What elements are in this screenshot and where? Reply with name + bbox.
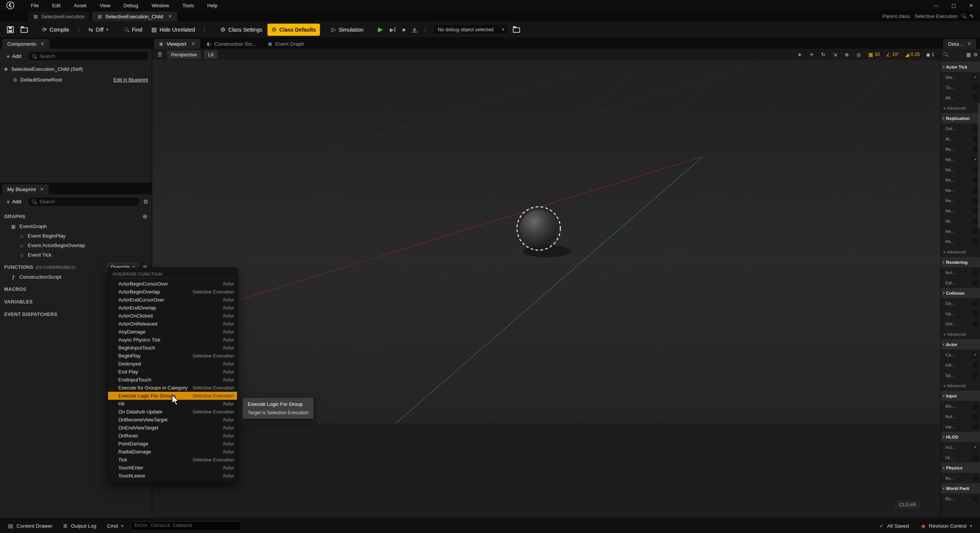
eject-button[interactable]: ▲ bbox=[409, 25, 420, 35]
stop-button[interactable]: ■ bbox=[399, 24, 408, 35]
details-search-icon[interactable] bbox=[943, 52, 948, 57]
override-menu-item[interactable]: ActorEndCursorOver Actor bbox=[108, 296, 237, 304]
override-menu-item[interactable]: Async Physics Tick Actor bbox=[108, 336, 237, 344]
property-checkbox[interactable] bbox=[973, 229, 978, 234]
property-checkbox[interactable] bbox=[973, 373, 978, 378]
property-checkbox[interactable] bbox=[973, 147, 978, 152]
override-menu-item[interactable]: Tick Selective Execution bbox=[108, 456, 237, 464]
property-checkbox[interactable] bbox=[973, 280, 978, 286]
display-filter-icon[interactable]: ▦ bbox=[966, 52, 971, 57]
hide-unrelated-button[interactable]: ▧ Hide Unrelated bbox=[147, 24, 199, 36]
class-settings-button[interactable]: ⚙ Class Settings bbox=[216, 24, 267, 36]
compile-button[interactable]: ⟳ Compile bbox=[38, 24, 73, 36]
play-button[interactable]: ▶ bbox=[375, 23, 386, 36]
override-menu-item[interactable]: ActorOnClicked Actor bbox=[108, 312, 237, 320]
details-row[interactable]: Actor Tick bbox=[941, 62, 980, 72]
details-row[interactable]: HL... bbox=[941, 452, 980, 463]
details-row[interactable]: Onl... bbox=[941, 123, 980, 134]
override-menu-item[interactable]: RadialDamage Actor bbox=[108, 448, 237, 456]
details-row[interactable]: Sp... bbox=[941, 370, 980, 380]
details-row[interactable]: Advanced bbox=[941, 247, 980, 257]
menu-item[interactable]: Help bbox=[197, 2, 221, 10]
property-checkbox[interactable] bbox=[973, 95, 978, 101]
maximize-button[interactable]: ▢ bbox=[945, 0, 963, 11]
menu-item[interactable]: Window bbox=[141, 2, 172, 10]
property-checkbox[interactable] bbox=[973, 239, 978, 244]
add-blueprint-item-button[interactable]: + Add bbox=[3, 197, 24, 206]
search-icon[interactable] bbox=[961, 13, 966, 19]
details-row[interactable]: HLOD bbox=[941, 432, 980, 442]
close-tab-icon[interactable]: ✕ bbox=[40, 187, 44, 192]
play-options-icon[interactable]: ⋮ bbox=[421, 27, 430, 33]
override-menu-item[interactable]: OnBecomeViewTarget Actor bbox=[108, 416, 237, 424]
details-row[interactable]: Advanced bbox=[941, 380, 980, 391]
transform-tool-button[interactable]: ∠ 10° bbox=[884, 51, 902, 58]
override-menu-item[interactable]: ActorBeginCursorOver Actor bbox=[108, 280, 237, 288]
details-row[interactable]: Al... bbox=[941, 134, 980, 144]
class-defaults-button[interactable]: ⚙ Class Defaults bbox=[267, 24, 320, 36]
find-button[interactable]: Find bbox=[120, 24, 146, 35]
component-tree-item[interactable]: ◍ DefaultSceneRoot Edit in Blueprint bbox=[0, 74, 152, 85]
output-log-button[interactable]: ≣ Output Log bbox=[60, 520, 100, 531]
graph-list-item[interactable]: Event BeginPlay bbox=[0, 231, 152, 241]
details-row[interactable]: Input bbox=[941, 391, 980, 401]
graph-list-item[interactable]: EventGraph bbox=[0, 222, 152, 231]
override-menu-item[interactable]: Execute for Groups in Category Selective… bbox=[108, 384, 237, 392]
add-graph-icon[interactable]: ⊕ bbox=[142, 213, 148, 220]
property-checkbox[interactable] bbox=[973, 496, 978, 501]
details-row[interactable]: Ru... bbox=[941, 493, 980, 504]
close-tab-icon[interactable]: ✕ bbox=[167, 14, 172, 19]
details-row[interactable]: Ne... bbox=[941, 206, 980, 216]
menu-item[interactable]: Tools bbox=[172, 2, 197, 10]
details-row[interactable]: Ne... bbox=[941, 185, 980, 195]
viewport-tab[interactable]: ▦ Event Graph bbox=[263, 39, 309, 49]
details-row[interactable]: Ca... bbox=[941, 349, 980, 360]
tab-details[interactable]: Deta... ✕ bbox=[943, 39, 976, 49]
viewport-menu-icon[interactable]: ☰ bbox=[156, 51, 164, 57]
property-checkbox[interactable] bbox=[973, 198, 978, 203]
property-checkbox[interactable] bbox=[973, 311, 978, 316]
frame-skip-button[interactable]: ▶ bbox=[387, 24, 398, 35]
minimize-button[interactable]: — bbox=[928, 0, 945, 11]
details-row[interactable]: Blo... bbox=[941, 401, 980, 411]
details-row[interactable]: Inp... bbox=[941, 421, 980, 432]
override-menu-item[interactable]: Destroyed Actor bbox=[108, 360, 237, 368]
details-row[interactable]: Ne... bbox=[941, 154, 980, 164]
details-row[interactable]: Rendering bbox=[941, 257, 980, 267]
asset-tab[interactable]: ▦ SelectiveExecution bbox=[28, 11, 90, 21]
component-tree-root[interactable]: ◉ SelectiveExecution_Child (Self) bbox=[0, 64, 152, 74]
viewport-tab[interactable]: ▣ Viewport ✕ bbox=[154, 39, 200, 49]
property-checkbox[interactable] bbox=[973, 270, 978, 275]
transform-tool-button[interactable]: ⊕ bbox=[842, 51, 853, 58]
browse-asset-button[interactable] bbox=[18, 24, 31, 35]
details-scrollbar[interactable] bbox=[978, 103, 980, 228]
details-row[interactable]: As... bbox=[941, 473, 980, 483]
details-row[interactable]: Actor bbox=[941, 339, 980, 349]
details-row[interactable]: Physics bbox=[941, 463, 980, 473]
close-tab-icon[interactable]: ✕ bbox=[190, 41, 195, 46]
details-row[interactable]: Collision bbox=[941, 288, 980, 298]
details-row[interactable]: Advanced bbox=[941, 329, 980, 339]
override-menu-item[interactable]: OnEndViewTarget Actor bbox=[108, 424, 237, 432]
property-checkbox[interactable] bbox=[973, 445, 978, 450]
override-menu-item[interactable]: TouchLeave Actor bbox=[108, 472, 237, 480]
menu-item[interactable]: View bbox=[89, 2, 113, 10]
override-menu-item[interactable]: AnyDamage Actor bbox=[108, 328, 237, 336]
override-menu-item[interactable]: BeginPlay Selective Execution bbox=[108, 352, 237, 360]
menu-item[interactable]: Edit bbox=[42, 2, 64, 10]
transform-tool-button[interactable]: ⇲ bbox=[830, 51, 841, 58]
override-menu-item[interactable]: TouchEnter Actor bbox=[108, 464, 237, 472]
property-checkbox[interactable] bbox=[973, 85, 978, 90]
override-menu-item[interactable]: ActorOnReleased Actor bbox=[108, 320, 237, 328]
details-row[interactable]: Advanced bbox=[941, 103, 980, 113]
edit-in-blueprint-link[interactable]: Edit in Blueprint bbox=[113, 77, 148, 83]
graph-list-item[interactable]: Event Tick bbox=[0, 250, 152, 260]
all-saved-button[interactable]: ✓ All Saved bbox=[876, 520, 912, 531]
override-menu-item[interactable]: OnReset Actor bbox=[108, 432, 237, 440]
transform-tool-button[interactable]: ◉ 1 bbox=[924, 51, 937, 58]
details-row[interactable]: Ne... bbox=[941, 195, 980, 206]
details-row[interactable]: Init... bbox=[941, 360, 980, 370]
property-checkbox[interactable] bbox=[973, 219, 978, 224]
close-tab-icon[interactable]: ✕ bbox=[967, 41, 971, 46]
edit-icon[interactable]: ✎ bbox=[970, 13, 974, 19]
